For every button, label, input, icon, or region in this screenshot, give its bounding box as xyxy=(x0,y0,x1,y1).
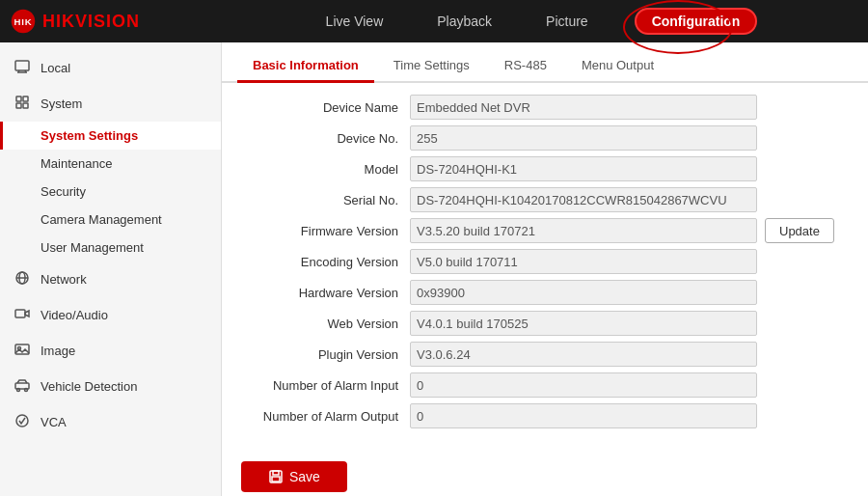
form-field-label: Model xyxy=(241,162,410,177)
sidebar-item-local[interactable]: Local xyxy=(0,50,221,86)
form-field-label: Hardware Version xyxy=(241,286,410,300)
vca-icon xyxy=(14,413,31,431)
form-field-label: Number of Alarm Output xyxy=(241,409,410,424)
logo-text: HIKVISION xyxy=(42,12,140,32)
sidebar-label-vca: VCA xyxy=(41,415,67,429)
system-icon xyxy=(14,95,31,113)
sidebar-label-image: Image xyxy=(41,344,75,358)
main-layout: Local System System Settings Maintenance… xyxy=(0,42,868,496)
top-nav: HIK HIKVISION Live View Playback Picture… xyxy=(0,0,868,42)
video-icon xyxy=(14,306,31,324)
form-row: Number of Alarm Input xyxy=(241,372,849,398)
form-field-label: Number of Alarm Input xyxy=(241,378,410,393)
sidebar-label-local: Local xyxy=(41,61,70,75)
vehicle-icon xyxy=(14,377,31,396)
nav-picture[interactable]: Picture xyxy=(538,10,596,33)
sidebar-label-network: Network xyxy=(41,272,87,287)
form-row: Device No. xyxy=(241,125,849,151)
nav-live-view[interactable]: Live View xyxy=(318,10,392,33)
sidebar-item-system-settings[interactable]: System Settings xyxy=(0,122,221,150)
sidebar-label-maintenance: Maintenance xyxy=(41,156,112,171)
save-icon xyxy=(268,469,284,484)
save-label: Save xyxy=(289,469,320,484)
save-button[interactable]: Save xyxy=(241,461,347,492)
form-field-label: Device No. xyxy=(241,131,410,146)
form-row: Encoding Version xyxy=(241,249,849,274)
sidebar-label-camera-management: Camera Management xyxy=(41,212,162,227)
svg-rect-22 xyxy=(273,471,279,475)
form-field-label: Serial No. xyxy=(241,193,410,207)
save-area: Save xyxy=(222,450,868,496)
sidebar-label-video-audio: Video/Audio xyxy=(41,308,108,322)
form-row: Web Version xyxy=(241,311,849,336)
form-row: Plugin Version xyxy=(241,342,849,367)
sidebar-label-system: System xyxy=(41,96,82,111)
svg-marker-14 xyxy=(25,311,29,317)
form-field-input[interactable] xyxy=(410,187,757,212)
sidebar-label-vehicle-detection: Vehicle Detection xyxy=(41,379,137,394)
form-field-input[interactable] xyxy=(410,280,757,305)
monitor-icon xyxy=(14,59,31,77)
image-icon xyxy=(14,342,31,360)
update-button[interactable]: Update xyxy=(765,218,834,243)
sidebar: Local System System Settings Maintenance… xyxy=(0,42,222,496)
sidebar-item-vca[interactable]: VCA xyxy=(0,404,221,440)
svg-point-19 xyxy=(25,389,28,392)
nav-playback[interactable]: Playback xyxy=(429,10,500,33)
form-field-input[interactable] xyxy=(410,218,757,243)
sidebar-item-camera-management[interactable]: Camera Management xyxy=(0,206,221,234)
tab-basic-information[interactable]: Basic Information xyxy=(237,50,374,83)
tab-rs485[interactable]: RS-485 xyxy=(489,50,562,83)
sidebar-item-network[interactable]: Network xyxy=(0,262,221,297)
network-icon xyxy=(14,270,31,289)
form-field-input[interactable] xyxy=(410,249,757,274)
form-field-input[interactable] xyxy=(410,156,757,181)
form-field-label: Firmware Version xyxy=(241,224,410,238)
sidebar-item-vehicle-detection[interactable]: Vehicle Detection xyxy=(0,369,221,404)
svg-point-20 xyxy=(16,415,28,427)
svg-rect-8 xyxy=(16,103,21,108)
sidebar-item-maintenance[interactable]: Maintenance xyxy=(0,150,221,178)
svg-rect-2 xyxy=(15,61,29,70)
svg-point-18 xyxy=(17,389,20,392)
form-row: Hardware Version xyxy=(241,280,849,305)
svg-rect-13 xyxy=(15,310,25,317)
svg-rect-23 xyxy=(272,477,280,482)
tab-bar: Basic Information Time Settings RS-485 M… xyxy=(222,50,868,83)
sidebar-item-security[interactable]: Security xyxy=(0,178,221,206)
form-row: Serial No. xyxy=(241,187,849,212)
form-field-label: Device Name xyxy=(241,100,410,115)
form-row: Device Name xyxy=(241,95,849,120)
form-field-label: Encoding Version xyxy=(241,255,410,269)
form-row: Model xyxy=(241,156,849,181)
form-field-input[interactable] xyxy=(410,372,757,398)
form-field-input[interactable] xyxy=(410,403,757,428)
form-row: Number of Alarm Output xyxy=(241,403,849,428)
form-field-input[interactable] xyxy=(410,125,757,151)
svg-rect-9 xyxy=(23,103,28,108)
form-field-label: Web Version xyxy=(241,317,410,331)
sidebar-item-image[interactable]: Image xyxy=(0,333,221,369)
form-field-input[interactable] xyxy=(410,311,757,336)
tab-menu-output[interactable]: Menu Output xyxy=(566,50,669,83)
content-area: Basic Information Time Settings RS-485 M… xyxy=(222,42,868,496)
form-field-label: Plugin Version xyxy=(241,347,410,362)
form-row: Firmware VersionUpdate xyxy=(241,218,849,243)
basic-info-form: Device NameDevice No.ModelSerial No.Firm… xyxy=(222,83,868,450)
sidebar-label-system-settings: System Settings xyxy=(41,128,138,143)
logo: HIK HIKVISION xyxy=(10,8,140,35)
svg-rect-6 xyxy=(16,96,21,101)
nav-items: Live View Playback Picture Configuration xyxy=(217,8,858,35)
svg-rect-7 xyxy=(23,96,28,101)
sidebar-label-security: Security xyxy=(41,184,86,199)
form-field-input[interactable] xyxy=(410,342,757,367)
sidebar-item-user-management[interactable]: User Management xyxy=(0,234,221,262)
sidebar-item-system[interactable]: System xyxy=(0,86,221,122)
nav-configuration[interactable]: Configuration xyxy=(635,8,758,35)
tab-time-settings[interactable]: Time Settings xyxy=(378,50,485,83)
form-field-input[interactable] xyxy=(410,95,757,120)
sidebar-label-user-management: User Management xyxy=(41,240,144,255)
svg-text:HIK: HIK xyxy=(14,16,32,27)
sidebar-item-video-audio[interactable]: Video/Audio xyxy=(0,297,221,333)
